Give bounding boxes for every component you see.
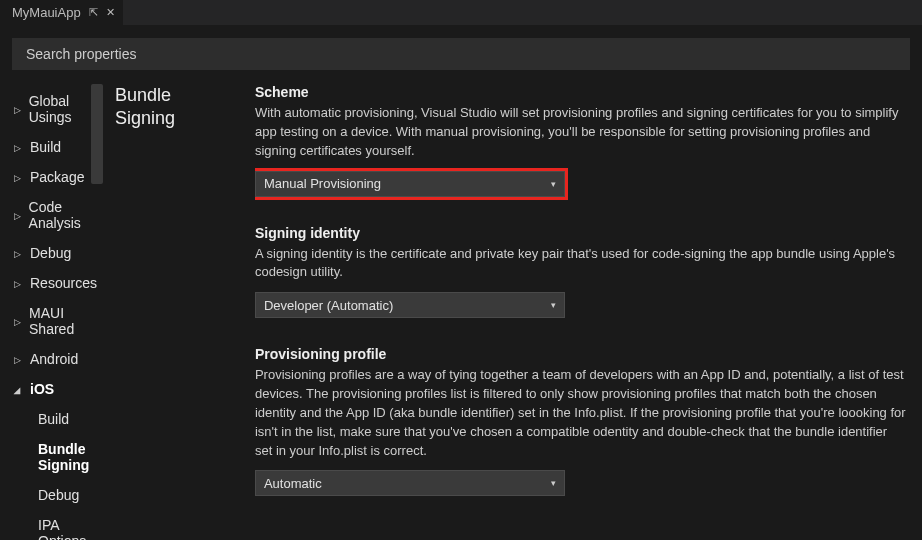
scheme-label: Scheme bbox=[255, 84, 908, 100]
profile-label: Provisioning profile bbox=[255, 346, 908, 362]
sidebar: Global Usings Build Package Code Analysi… bbox=[0, 78, 105, 540]
sidebar-item-debug[interactable]: Debug bbox=[14, 238, 105, 268]
field-scheme: Scheme With automatic provisioning, Visu… bbox=[255, 84, 908, 197]
sidebar-item-label: Build bbox=[30, 139, 61, 155]
sidebar-item-label: Resources bbox=[30, 275, 97, 291]
chevron-down-icon: ▾ bbox=[551, 478, 556, 488]
sidebar-item-ios-bundle-signing[interactable]: Bundle Signing bbox=[14, 434, 105, 480]
profile-dropdown[interactable]: Automatic ▾ bbox=[255, 470, 565, 496]
search-placeholder: Search properties bbox=[26, 46, 137, 62]
scheme-dropdown[interactable]: Manual Provisioning ▾ bbox=[255, 171, 565, 197]
sidebar-item-ios[interactable]: iOS bbox=[14, 374, 105, 404]
sidebar-item-label: MAUI Shared bbox=[29, 305, 105, 337]
field-provisioning-profile: Provisioning profile Provisioning profil… bbox=[255, 346, 908, 496]
sidebar-item-resources[interactable]: Resources bbox=[14, 268, 105, 298]
chevron-right-icon bbox=[14, 142, 24, 153]
search-input[interactable]: Search properties bbox=[12, 38, 910, 70]
sidebar-item-label: Debug bbox=[30, 245, 71, 261]
identity-description: A signing identity is the certificate an… bbox=[255, 245, 908, 283]
sidebar-item-maui-shared[interactable]: MAUI Shared bbox=[14, 298, 105, 344]
chevron-right-icon bbox=[14, 278, 24, 289]
chevron-down-icon: ▾ bbox=[551, 179, 556, 189]
chevron-right-icon bbox=[14, 210, 23, 221]
sidebar-item-label: Build bbox=[38, 411, 69, 427]
identity-dropdown[interactable]: Developer (Automatic) ▾ bbox=[255, 292, 565, 318]
sidebar-item-code-analysis[interactable]: Code Analysis bbox=[14, 192, 105, 238]
section-title: Bundle Signing bbox=[105, 78, 255, 131]
chevron-right-icon bbox=[14, 104, 23, 115]
pin-icon[interactable]: ⇱ bbox=[89, 6, 98, 19]
sidebar-item-ios-ipa-options[interactable]: IPA Options bbox=[14, 510, 105, 540]
sidebar-item-label: IPA Options bbox=[38, 517, 105, 540]
sidebar-item-label: Bundle Signing bbox=[38, 441, 105, 473]
chevron-down-icon bbox=[14, 384, 24, 395]
sidebar-item-label: iOS bbox=[30, 381, 54, 397]
sidebar-item-ios-build[interactable]: Build bbox=[14, 404, 105, 434]
scrollbar[interactable] bbox=[91, 84, 103, 184]
chevron-right-icon bbox=[14, 248, 24, 259]
sidebar-item-label: Code Analysis bbox=[29, 199, 105, 231]
chevron-right-icon bbox=[14, 354, 24, 365]
sidebar-item-label: Debug bbox=[38, 487, 79, 503]
tab-mymauiapp[interactable]: MyMauiApp ⇱ ✕ bbox=[0, 0, 123, 25]
sidebar-item-label: Android bbox=[30, 351, 78, 367]
tab-bar: MyMauiApp ⇱ ✕ bbox=[0, 0, 922, 26]
scheme-value: Manual Provisioning bbox=[264, 176, 381, 191]
chevron-right-icon bbox=[14, 172, 24, 183]
profile-value: Automatic bbox=[264, 476, 322, 491]
identity-value: Developer (Automatic) bbox=[264, 298, 393, 313]
sidebar-item-android[interactable]: Android bbox=[14, 344, 105, 374]
content-panel: Scheme With automatic provisioning, Visu… bbox=[255, 78, 922, 524]
sidebar-item-label: Package bbox=[30, 169, 84, 185]
identity-label: Signing identity bbox=[255, 225, 908, 241]
close-icon[interactable]: ✕ bbox=[106, 6, 115, 19]
sidebar-item-ios-debug[interactable]: Debug bbox=[14, 480, 105, 510]
profile-description: Provisioning profiles are a way of tying… bbox=[255, 366, 908, 460]
chevron-right-icon bbox=[14, 316, 23, 327]
tab-title: MyMauiApp bbox=[12, 5, 81, 20]
scheme-description: With automatic provisioning, Visual Stud… bbox=[255, 104, 908, 161]
chevron-down-icon: ▾ bbox=[551, 300, 556, 310]
field-signing-identity: Signing identity A signing identity is t… bbox=[255, 225, 908, 319]
